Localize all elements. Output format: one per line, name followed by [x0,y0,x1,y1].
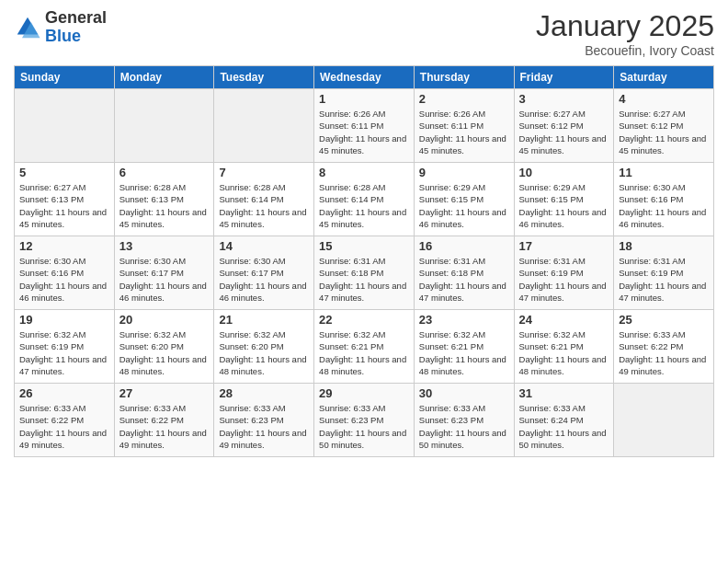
day-cell: 27Sunrise: 6:33 AMSunset: 6:22 PMDayligh… [114,384,214,457]
week-row-3: 12Sunrise: 6:30 AMSunset: 6:16 PMDayligh… [15,236,714,310]
day-number: 29 [319,386,409,400]
day-info: Sunrise: 6:32 AMSunset: 6:20 PMDaylight:… [219,328,309,377]
day-cell: 13Sunrise: 6:30 AMSunset: 6:17 PMDayligh… [114,236,214,310]
day-info: Sunrise: 6:27 AMSunset: 6:12 PMDaylight:… [519,108,609,156]
day-info: Sunrise: 6:30 AMSunset: 6:17 PMDaylight:… [219,255,309,304]
logo-text: General Blue [45,9,107,46]
day-number: 18 [619,239,709,253]
day-info: Sunrise: 6:28 AMSunset: 6:13 PMDaylight:… [119,181,210,230]
week-row-4: 19Sunrise: 6:32 AMSunset: 6:19 PMDayligh… [15,310,714,384]
day-cell: 3Sunrise: 6:27 AMSunset: 6:12 PMDaylight… [514,89,614,163]
day-cell: 14Sunrise: 6:30 AMSunset: 6:17 PMDayligh… [214,236,314,310]
weekday-monday: Monday [114,66,214,89]
day-number: 2 [419,92,509,106]
week-row-1: 1Sunrise: 6:26 AMSunset: 6:11 PMDaylight… [15,89,714,163]
weekday-wednesday: Wednesday [314,66,415,89]
day-number: 13 [119,239,210,253]
day-info: Sunrise: 6:33 AMSunset: 6:24 PMDaylight:… [519,402,609,451]
day-cell: 24Sunrise: 6:32 AMSunset: 6:21 PMDayligh… [514,310,614,384]
day-cell: 19Sunrise: 6:32 AMSunset: 6:19 PMDayligh… [15,310,115,384]
day-cell: 4Sunrise: 6:27 AMSunset: 6:12 PMDaylight… [614,89,714,163]
day-info: Sunrise: 6:29 AMSunset: 6:15 PMDaylight:… [419,181,509,230]
day-info: Sunrise: 6:33 AMSunset: 6:22 PMDaylight:… [119,402,210,451]
day-cell: 29Sunrise: 6:33 AMSunset: 6:23 PMDayligh… [314,384,415,457]
day-cell: 28Sunrise: 6:33 AMSunset: 6:23 PMDayligh… [214,384,314,457]
day-number: 22 [319,313,409,327]
day-info: Sunrise: 6:32 AMSunset: 6:20 PMDaylight:… [119,328,210,377]
month-title: January 2025 [536,9,714,43]
logo-blue-text: Blue [45,28,107,46]
day-cell: 9Sunrise: 6:29 AMSunset: 6:15 PMDaylight… [414,163,514,236]
day-info: Sunrise: 6:26 AMSunset: 6:11 PMDaylight:… [319,108,409,156]
day-cell: 12Sunrise: 6:30 AMSunset: 6:16 PMDayligh… [15,236,115,310]
day-cell: 11Sunrise: 6:30 AMSunset: 6:16 PMDayligh… [614,163,714,236]
day-number: 26 [19,386,109,400]
day-cell: 2Sunrise: 6:26 AMSunset: 6:11 PMDaylight… [414,89,514,163]
day-cell: 7Sunrise: 6:28 AMSunset: 6:14 PMDaylight… [214,163,314,236]
day-cell [614,384,714,457]
day-number: 12 [19,239,109,253]
weekday-friday: Friday [514,66,614,89]
day-cell: 1Sunrise: 6:26 AMSunset: 6:11 PMDaylight… [314,89,415,163]
day-cell: 16Sunrise: 6:31 AMSunset: 6:18 PMDayligh… [414,236,514,310]
day-number: 19 [19,313,109,327]
day-number: 6 [119,166,210,179]
header: General Blue January 2025 Becouefin, Ivo… [14,9,714,58]
day-info: Sunrise: 6:31 AMSunset: 6:19 PMDaylight:… [519,255,609,304]
day-cell: 23Sunrise: 6:32 AMSunset: 6:21 PMDayligh… [414,310,514,384]
day-number: 24 [519,313,609,327]
day-info: Sunrise: 6:27 AMSunset: 6:12 PMDaylight:… [619,108,709,156]
weekday-header-row: SundayMondayTuesdayWednesdayThursdayFrid… [15,66,714,89]
day-cell: 30Sunrise: 6:33 AMSunset: 6:23 PMDayligh… [414,384,514,457]
title-block: January 2025 Becouefin, Ivory Coast [536,9,714,58]
location-title: Becouefin, Ivory Coast [536,43,714,58]
day-cell: 10Sunrise: 6:29 AMSunset: 6:15 PMDayligh… [514,163,614,236]
day-info: Sunrise: 6:30 AMSunset: 6:17 PMDaylight:… [119,255,210,304]
day-cell: 8Sunrise: 6:28 AMSunset: 6:14 PMDaylight… [314,163,415,236]
day-number: 3 [519,92,609,106]
day-number: 27 [119,386,210,400]
day-info: Sunrise: 6:32 AMSunset: 6:21 PMDaylight:… [419,328,509,377]
day-info: Sunrise: 6:32 AMSunset: 6:21 PMDaylight:… [319,328,409,377]
day-cell: 20Sunrise: 6:32 AMSunset: 6:20 PMDayligh… [114,310,214,384]
day-cell: 5Sunrise: 6:27 AMSunset: 6:13 PMDaylight… [15,163,115,236]
day-info: Sunrise: 6:33 AMSunset: 6:23 PMDaylight:… [219,402,309,451]
logo-icon [14,14,41,41]
day-info: Sunrise: 6:26 AMSunset: 6:11 PMDaylight:… [419,108,509,156]
weekday-thursday: Thursday [414,66,514,89]
day-number: 5 [19,166,109,179]
day-cell: 26Sunrise: 6:33 AMSunset: 6:22 PMDayligh… [15,384,115,457]
day-info: Sunrise: 6:29 AMSunset: 6:15 PMDaylight:… [519,181,609,230]
day-info: Sunrise: 6:31 AMSunset: 6:19 PMDaylight:… [619,255,709,304]
day-number: 21 [219,313,309,327]
weekday-sunday: Sunday [15,66,115,89]
day-number: 25 [619,313,709,327]
weekday-tuesday: Tuesday [214,66,314,89]
day-number: 8 [319,166,409,179]
logo-general-text: General [45,9,107,28]
day-cell: 18Sunrise: 6:31 AMSunset: 6:19 PMDayligh… [614,236,714,310]
day-number: 11 [619,166,709,179]
day-number: 1 [319,92,409,106]
calendar: SundayMondayTuesdayWednesdayThursdayFrid… [14,65,714,457]
day-number: 16 [419,239,509,253]
day-number: 28 [219,386,309,400]
day-number: 17 [519,239,609,253]
day-cell: 17Sunrise: 6:31 AMSunset: 6:19 PMDayligh… [514,236,614,310]
day-info: Sunrise: 6:33 AMSunset: 6:23 PMDaylight:… [419,402,509,451]
day-number: 30 [419,386,509,400]
day-cell: 22Sunrise: 6:32 AMSunset: 6:21 PMDayligh… [314,310,415,384]
day-info: Sunrise: 6:31 AMSunset: 6:18 PMDaylight:… [319,255,409,304]
day-number: 23 [419,313,509,327]
day-cell: 21Sunrise: 6:32 AMSunset: 6:20 PMDayligh… [214,310,314,384]
day-info: Sunrise: 6:30 AMSunset: 6:16 PMDaylight:… [19,255,109,304]
day-cell: 15Sunrise: 6:31 AMSunset: 6:18 PMDayligh… [314,236,415,310]
day-cell: 25Sunrise: 6:33 AMSunset: 6:22 PMDayligh… [614,310,714,384]
day-cell [214,89,314,163]
day-cell: 31Sunrise: 6:33 AMSunset: 6:24 PMDayligh… [514,384,614,457]
day-info: Sunrise: 6:27 AMSunset: 6:13 PMDaylight:… [19,181,109,230]
day-cell: 6Sunrise: 6:28 AMSunset: 6:13 PMDaylight… [114,163,214,236]
day-info: Sunrise: 6:31 AMSunset: 6:18 PMDaylight:… [419,255,509,304]
day-number: 10 [519,166,609,179]
day-info: Sunrise: 6:28 AMSunset: 6:14 PMDaylight:… [319,181,409,230]
